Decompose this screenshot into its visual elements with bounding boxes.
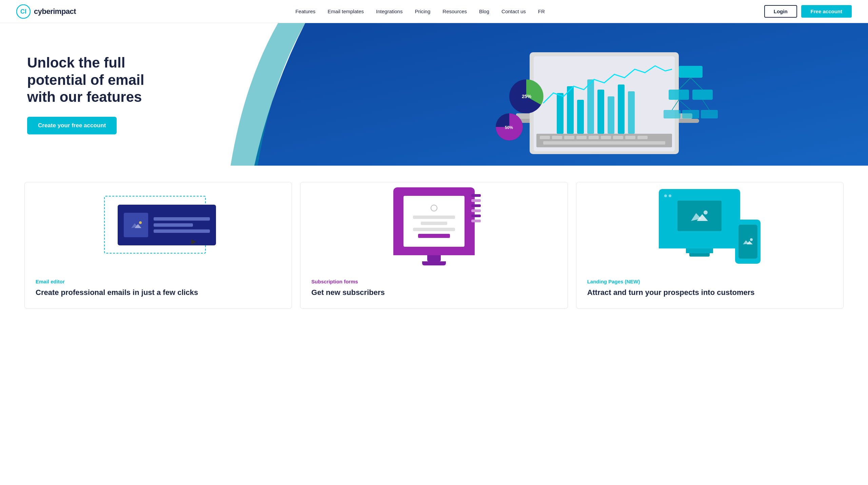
svg-rect-31 (552, 136, 562, 139)
landing-pages-illustration (659, 189, 761, 264)
card-email-editor: ▶ Email editor Create professional email… (24, 182, 292, 309)
ee-image-placeholder (124, 213, 148, 237)
svg-point-47 (704, 210, 708, 214)
svg-rect-10 (597, 90, 604, 134)
svg-rect-8 (577, 100, 584, 134)
sf-form-line-1 (413, 216, 455, 219)
sf-sidebar-line-5 (471, 214, 481, 217)
card-image-email-editor: ▶ (25, 182, 292, 271)
svg-text:25%: 25% (522, 94, 532, 99)
svg-rect-36 (613, 136, 623, 139)
hero-content: Unlock the full potential of email with … (0, 34, 190, 154)
svg-rect-35 (601, 136, 611, 139)
svg-rect-9 (587, 79, 594, 134)
navbar: CI cyberimpact Features Email templates … (0, 0, 868, 23)
card-tag-email-editor: Email editor (36, 279, 281, 284)
nav-links: Features Email templates Integrations Pr… (295, 8, 545, 15)
ee-line-2 (154, 223, 193, 227)
free-account-button[interactable]: Free account (801, 5, 852, 18)
ee-lines (154, 217, 210, 233)
logo[interactable]: CI cyberimpact (16, 4, 76, 19)
lp-mountain-icon (689, 209, 710, 223)
svg-rect-18 (679, 66, 703, 78)
card-subscription-forms: Subscription forms Get new subscribers (300, 182, 568, 309)
sf-sidebar (471, 194, 481, 222)
svg-line-27 (679, 100, 691, 110)
svg-rect-37 (625, 136, 635, 139)
hero-cta-button[interactable]: Create your free account (27, 117, 117, 134)
svg-rect-34 (589, 136, 599, 139)
cursor-icon: ▶ (191, 237, 196, 245)
nav-actions: Login Free account (764, 5, 852, 18)
svg-rect-32 (564, 136, 574, 139)
svg-rect-7 (567, 86, 574, 134)
svg-text:CI: CI (20, 8, 26, 15)
sf-monitor-bottom (427, 255, 441, 261)
sf-monitor (393, 187, 475, 255)
sf-form-line-2 (421, 222, 447, 225)
svg-rect-25 (701, 110, 718, 118)
ee-line-1 (154, 217, 210, 221)
lp-phone-mountain-icon (742, 238, 754, 246)
nav-integrations[interactable]: Integrations (376, 8, 402, 14)
card-image-landing (576, 182, 843, 271)
svg-rect-39 (543, 141, 665, 145)
nav-fr[interactable]: FR (538, 8, 545, 14)
card-title-subscription: Get new subscribers (311, 288, 556, 298)
lp-screen-image (677, 201, 722, 231)
svg-text:50%: 50% (505, 125, 513, 130)
card-body-email-editor: Email editor Create professional emails … (25, 271, 292, 298)
card-title-email-editor: Create professional emails in just a few… (36, 288, 281, 298)
hero-illustration: 25% 50% (347, 23, 868, 166)
login-button[interactable]: Login (764, 5, 797, 18)
nav-resources[interactable]: Resources (442, 8, 467, 14)
nav-features[interactable]: Features (295, 8, 315, 14)
email-editor-illustration: ▶ (101, 192, 216, 260)
card-tag-landing: Landing Pages (NEW) (587, 279, 832, 284)
card-title-landing: Attract and turn your prospects into cus… (587, 288, 832, 298)
svg-line-22 (691, 78, 703, 90)
svg-rect-20 (692, 90, 713, 100)
sf-sidebar-line-3 (471, 204, 481, 207)
lp-monitor (659, 189, 740, 248)
svg-point-51 (750, 238, 753, 241)
card-image-subscription (300, 182, 567, 271)
lp-dot-2 (669, 194, 671, 197)
nav-blog[interactable]: Blog (479, 8, 489, 14)
card-tag-subscription: Subscription forms (311, 279, 556, 284)
sf-monitor-stand (422, 261, 446, 265)
svg-rect-6 (557, 93, 564, 134)
svg-rect-12 (618, 85, 625, 134)
lp-monitor-dots (664, 194, 671, 197)
sf-screen (403, 196, 465, 247)
ee-dark-card (118, 205, 216, 245)
nav-pricing[interactable]: Pricing (415, 8, 430, 14)
nav-contact[interactable]: Contact us (501, 8, 526, 14)
hero-title: Unlock the full potential of email with … (27, 54, 163, 106)
sf-sidebar-line-2 (471, 199, 481, 202)
sf-sidebar-line-1 (471, 194, 481, 197)
svg-rect-24 (682, 110, 699, 118)
svg-rect-11 (608, 96, 614, 134)
sf-sidebar-line-6 (471, 220, 481, 222)
ee-mountain-icon (129, 220, 143, 230)
lp-dot-1 (664, 194, 667, 197)
lp-phone (735, 220, 761, 264)
ee-line-3 (154, 229, 210, 233)
hero-section: 25% 50% (0, 23, 868, 166)
svg-rect-30 (540, 136, 550, 139)
logo-icon: CI (16, 4, 31, 19)
sf-form-line-3 (413, 228, 455, 231)
svg-rect-38 (637, 136, 648, 139)
svg-line-28 (703, 100, 709, 110)
nav-email-templates[interactable]: Email templates (328, 8, 364, 14)
card-body-landing: Landing Pages (NEW) Attract and turn you… (576, 271, 843, 298)
subscription-forms-illustration (390, 189, 478, 264)
card-landing-pages: Landing Pages (NEW) Attract and turn you… (576, 182, 844, 309)
sf-form-button (418, 234, 450, 238)
lp-monitor-base (686, 248, 713, 253)
cards-section: ▶ Email editor Create professional email… (0, 182, 868, 309)
svg-rect-19 (669, 90, 689, 100)
svg-line-21 (679, 78, 691, 90)
svg-point-43 (139, 221, 142, 224)
